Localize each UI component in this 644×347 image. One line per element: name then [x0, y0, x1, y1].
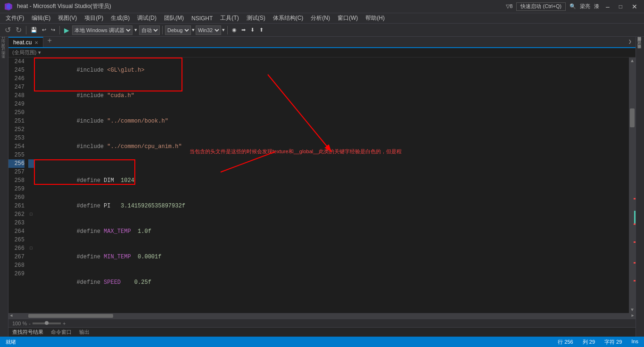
tab-filename: heat.cu: [13, 39, 32, 46]
code-line-254: [36, 295, 629, 304]
menu-help[interactable]: 帮助(H): [362, 13, 388, 23]
zoom-plus[interactable]: +: [63, 321, 66, 326]
toolbar: ↺ ↻ 💾 ↩ ↪ ▶ 本地 Windows 调试器 ▾ 自动 Debug ▾ …: [0, 24, 644, 37]
code-line-251: #define MAX_TEMP 1.0f: [36, 219, 629, 244]
vs-logo: [4, 2, 13, 11]
menu-debug[interactable]: 调试(D): [133, 13, 160, 23]
toolbar-step-out[interactable]: ⬆: [257, 26, 265, 34]
platform-dropdown[interactable]: Win32: [196, 25, 221, 35]
h-scroll-track: [14, 313, 630, 319]
menu-team[interactable]: 团队(M): [160, 13, 188, 23]
menu-view[interactable]: 视图(V): [54, 13, 81, 23]
left-sidebar: 源 计 划 调 试 图 形: [0, 37, 8, 337]
maximize-btn[interactable]: □: [616, 3, 625, 10]
scroll-arrow-down[interactable]: ▼: [629, 306, 636, 313]
code-editor[interactable]: #include <GL\glut.h> #include "cuda.h" #…: [34, 58, 629, 313]
menu-bar: 文件(F) 编辑(E) 视图(V) 项目(P) 生成(B) 调试(D) 团队(M…: [0, 13, 644, 24]
change-indicator: [634, 58, 636, 313]
collapse-indicators: □ □: [28, 58, 34, 313]
breadcrumb-dropdown[interactable]: ▾: [38, 50, 41, 56]
bottom-tab-find[interactable]: 查找符号结果: [12, 329, 43, 336]
toolbar-back[interactable]: ↺: [3, 25, 13, 35]
bottom-tab-output[interactable]: 输出: [79, 329, 90, 336]
collapse-266[interactable]: □: [28, 244, 34, 253]
h-scroll-left[interactable]: ◄: [8, 313, 14, 319]
status-ins: Ins: [631, 339, 638, 346]
toolbar-save-all[interactable]: 💾: [29, 26, 39, 34]
toolbar-breakpoint[interactable]: ◉: [230, 26, 239, 34]
toolbar-step-over[interactable]: ➡: [239, 26, 248, 34]
code-line-249: #define DIM 1024: [36, 168, 629, 193]
close-btn[interactable]: ✕: [629, 3, 640, 10]
minimize-btn[interactable]: –: [603, 3, 612, 10]
code-line-248: [36, 159, 629, 168]
platform-dropdown-arrow[interactable]: ▾: [222, 27, 225, 33]
menu-build[interactable]: 生成(B): [107, 13, 133, 23]
search-icon[interactable]: 🔍: [570, 3, 576, 9]
code-line-245: #include "cuda.h": [36, 83, 629, 108]
notification-icon[interactable]: ▽8: [506, 3, 512, 9]
run-btn[interactable]: ▶: [62, 25, 71, 35]
debug-config-dropdown[interactable]: 本地 Windows 调试器: [72, 25, 132, 35]
status-bar: 就绪 行 256 列 29 字符 29 Ins: [0, 337, 644, 347]
scroll-thumb[interactable]: [630, 108, 635, 127]
code-line-250: #define PI 3.1415926535897932f: [36, 193, 629, 219]
error-marker-1: [634, 198, 636, 199]
code-line-246: #include "../common/book.h": [36, 108, 629, 134]
title-bar-right: ▽8 快速启动 (Ctrl+Q) 🔍 梁亮 漆 – □ ✕: [506, 2, 640, 11]
right-sidebar: 源代码大纲 团队资源管理器 调试 图形调试: [636, 37, 644, 337]
breadcrumb-text: (全局范围): [12, 49, 36, 56]
menu-project[interactable]: 项目(P): [81, 13, 107, 23]
svg-marker-1: [7, 4, 10, 9]
menu-nsight[interactable]: NSIGHT: [188, 14, 216, 23]
quick-launch[interactable]: 快速启动 (Ctrl+Q): [516, 2, 565, 11]
menu-edit[interactable]: 编辑(E): [28, 13, 54, 23]
tab-heat-cu[interactable]: heat.cu ✕: [8, 37, 43, 47]
zoom-level: 100 %: [12, 321, 27, 326]
menu-file[interactable]: 文件(F): [2, 13, 28, 23]
zoom-slider[interactable]: [33, 322, 61, 324]
toolbar-step-in[interactable]: ⬇: [248, 26, 256, 34]
bottom-tab-cmd[interactable]: 命令窗口: [51, 329, 72, 336]
rsidebar-label-2[interactable]: 团队资源管理器: [637, 42, 643, 45]
menu-test[interactable]: 测试(S): [243, 13, 269, 23]
tab-add-btn[interactable]: +: [43, 37, 56, 47]
right-scrollbar[interactable]: ▲ ▼: [629, 58, 636, 313]
menu-tools[interactable]: 工具(T): [216, 13, 242, 23]
toolbar-sep-2: [59, 26, 60, 34]
tab-right-arrow[interactable]: ❯: [625, 37, 636, 47]
toolbar-forward[interactable]: ↻: [14, 25, 24, 35]
auto-dropdown[interactable]: 自动: [139, 25, 160, 35]
status-col: 列 29: [583, 339, 595, 346]
menu-arch[interactable]: 体系结构(C): [269, 13, 307, 23]
tab-bar: heat.cu ✕ + ❯: [8, 37, 636, 48]
rsidebar-label-3[interactable]: 调试: [637, 46, 643, 49]
rsidebar-label-1[interactable]: 源代码大纲: [637, 39, 643, 41]
tab-close-btn[interactable]: ✕: [34, 40, 38, 45]
toolbar-sep-1: [26, 26, 26, 34]
user-name: 梁亮: [580, 3, 590, 10]
collapse-262[interactable]: □: [28, 210, 34, 219]
status-ready: 就绪: [6, 339, 16, 346]
breadcrumb: (全局范围) ▾: [8, 48, 636, 58]
toolbar-redo[interactable]: ↪: [49, 26, 57, 34]
zoom-minus[interactable]: -: [29, 321, 31, 326]
window-title: heat - Microsoft Visual Studio(管理员): [17, 2, 111, 10]
toolbar-dropdown-arrow[interactable]: ▾: [133, 26, 138, 34]
code-line-247: #include "../common/cpu_anim.h": [36, 134, 629, 159]
rsidebar-label-4[interactable]: 图形调试: [637, 50, 643, 53]
h-scroll-right[interactable]: ►: [630, 313, 636, 319]
scroll-arrow-up[interactable]: ▲: [629, 58, 636, 64]
menu-window[interactable]: 窗口(W): [334, 13, 362, 23]
config-dropdown[interactable]: Debug: [165, 25, 191, 35]
status-char: 字符 29: [604, 339, 622, 346]
title-bar: heat - Microsoft Visual Studio(管理员) ▽8 快…: [0, 0, 644, 13]
user-avatar: 漆: [594, 3, 599, 10]
line-numbers: 244 245 246 247 248 249 250 251 252 253 …: [8, 58, 28, 313]
h-scrollbar[interactable]: ◄ ►: [8, 313, 636, 319]
toolbar-undo[interactable]: ↩: [40, 26, 48, 34]
code-line-244: #include <GL\glut.h>: [36, 58, 629, 83]
h-scroll-thumb[interactable]: [28, 314, 113, 318]
menu-analyze[interactable]: 分析(N): [307, 13, 334, 23]
config-dropdown-arrow[interactable]: ▾: [192, 27, 195, 33]
